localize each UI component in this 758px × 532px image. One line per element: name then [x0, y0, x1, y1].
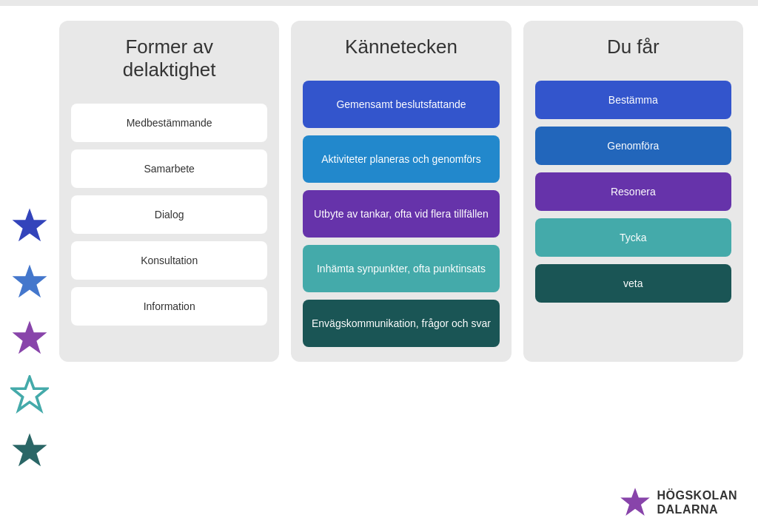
logo-area: HÖGSKOLAN DALARNA [619, 486, 738, 519]
column-header-you-get: Du får [535, 36, 731, 58]
svg-marker-5 [620, 488, 650, 516]
column-forms: Former av delaktighet Medbestämmande Sam… [59, 21, 279, 362]
card-dialog: Dialog [71, 195, 267, 234]
card-konsultation: Konsultation [71, 241, 267, 280]
logo-text: HÖGSKOLAN DALARNA [657, 488, 738, 516]
stars-column [7, 115, 52, 517]
svg-marker-3 [13, 377, 47, 411]
svg-marker-2 [13, 321, 47, 354]
card-resonera: Resonera [535, 172, 731, 211]
column-header-characteristics: Kännetecken [303, 36, 499, 58]
star-4 [7, 372, 52, 417]
card-utbyte: Utbyte av tankar, ofta vid flera tillfäl… [303, 190, 499, 238]
card-gemensamt: Gemensamt beslutsfattande [303, 81, 499, 128]
column-you-get: Du får Bestämma Genomföra Resonera Tycka… [523, 21, 743, 362]
star-1 [7, 203, 52, 248]
star-5 [7, 428, 52, 473]
card-veta: veta [535, 264, 731, 303]
card-information: Information [71, 287, 267, 326]
column-characteristics: Kännetecken Gemensamt beslutsfattande Ak… [291, 21, 511, 362]
card-aktiviteter: Aktiviteter planeras och genomförs [303, 135, 499, 183]
card-bestamma: Bestämma [535, 81, 731, 119]
card-envags: Envägskommunikation, frågor och svar [303, 300, 499, 347]
svg-marker-0 [13, 209, 47, 242]
top-bar [0, 0, 758, 6]
card-genomfora: Genomföra [535, 127, 731, 165]
logo-star-icon [619, 486, 651, 519]
card-samarbete: Samarbete [71, 149, 267, 188]
svg-marker-4 [13, 434, 47, 467]
card-medbestammande: Medbestämmande [71, 104, 267, 142]
star-2 [7, 260, 52, 304]
svg-marker-1 [13, 265, 47, 298]
card-inhamta: Inhämta synpunkter, ofta punktinsats [303, 245, 499, 292]
card-tycka: Tycka [535, 218, 731, 257]
star-3 [7, 316, 52, 360]
column-header-forms: Former av delaktighet [71, 36, 267, 81]
